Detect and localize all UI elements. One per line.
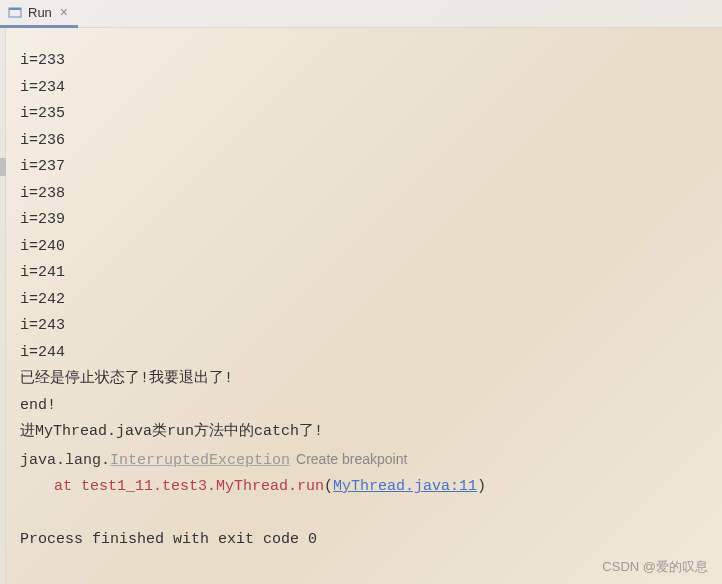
- gutter: [0, 28, 6, 584]
- close-icon[interactable]: ×: [58, 4, 70, 20]
- output-line: i=237: [20, 154, 718, 181]
- file-link[interactable]: MyThread.java:11: [333, 478, 477, 495]
- stack-location: test1_11.test3.MyThread.run: [81, 478, 324, 495]
- output-line: i=234: [20, 75, 718, 102]
- paren-open: (: [324, 478, 333, 495]
- tab-label: Run: [28, 5, 52, 20]
- output-line: i=236: [20, 128, 718, 155]
- process-exit-line: Process finished with exit code 0: [20, 527, 718, 554]
- output-line: i=239: [20, 207, 718, 234]
- output-line: i=244: [20, 340, 718, 367]
- run-icon: [8, 5, 22, 19]
- exception-line: java.lang.InterruptedExceptionCreate bre…: [20, 446, 718, 475]
- output-line: end!: [20, 393, 718, 420]
- svg-rect-1: [9, 8, 21, 10]
- exception-class-link[interactable]: InterruptedException: [110, 452, 290, 469]
- output-line: i=240: [20, 234, 718, 261]
- stack-at-text: at: [54, 478, 81, 495]
- watermark: CSDN @爱的叹息: [602, 558, 708, 576]
- output-line: i=233: [20, 48, 718, 75]
- output-line: i=238: [20, 181, 718, 208]
- run-tab[interactable]: Run ×: [0, 0, 78, 28]
- gutter-mark: [0, 158, 6, 176]
- create-breakpoint-button[interactable]: Create breakpoint: [296, 451, 407, 467]
- output-line: i=235: [20, 101, 718, 128]
- output-line: 进MyThread.java类run方法中的catch了!: [20, 419, 718, 446]
- exception-prefix: java.lang.: [20, 452, 110, 469]
- output-line: i=242: [20, 287, 718, 314]
- output-line: i=241: [20, 260, 718, 287]
- stack-trace-line: at test1_11.test3.MyThread.run(MyThread.…: [20, 474, 718, 501]
- output-line: i=243: [20, 313, 718, 340]
- paren-close: ): [477, 478, 486, 495]
- output-line: 已经是停止状态了!我要退出了!: [20, 366, 718, 393]
- console-output: i=233 i=234 i=235 i=236 i=237 i=238 i=23…: [0, 28, 722, 584]
- tab-bar: Run ×: [0, 0, 722, 28]
